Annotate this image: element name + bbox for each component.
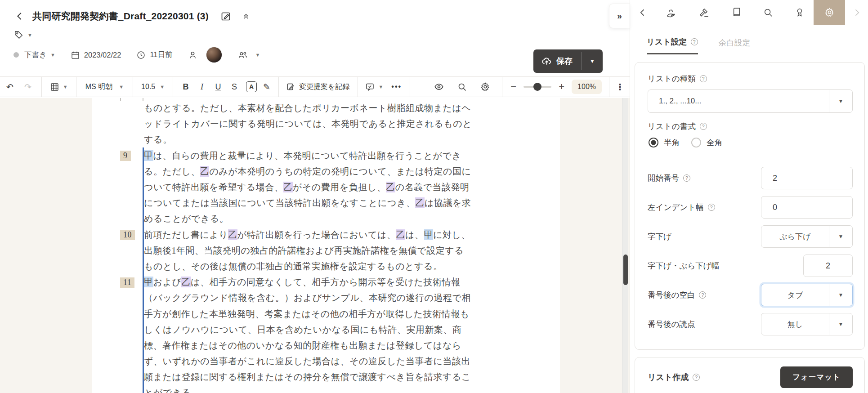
radio-option[interactable]: 半角: [649, 137, 680, 148]
field-input[interactable]: 0: [761, 196, 853, 219]
field-select[interactable]: タブ▼: [761, 284, 853, 306]
panel-search-tab[interactable]: [763, 8, 773, 18]
character-border-button[interactable]: A: [246, 81, 257, 92]
document-line[interactable]: 標、著作権またはその他のいかなる知的財産権も出願または登録してはなら: [92, 338, 560, 353]
format-settings-tab-active[interactable]: [814, 0, 845, 25]
zoom-out-button[interactable]: −: [510, 81, 516, 93]
document-line[interactable]: めることができる。: [92, 211, 560, 227]
ribbon-icon: [795, 7, 805, 18]
zoom-in-button[interactable]: +: [559, 81, 564, 93]
clock-icon: [136, 50, 146, 60]
document-text: ず、いずれかの当事者がこれに違反した場合は、その違反した当事者に当該出: [144, 355, 470, 367]
tab-list-settings[interactable]: リスト設定 ?: [647, 36, 698, 54]
document-line[interactable]: しくはノウハウについて、日本を含めたいかなる国にも特許、実用新案、商: [92, 322, 560, 338]
document-line[interactable]: 11甲および乙は、相手方の同意なくして、相手方から開示等を受けた技術情報: [92, 274, 560, 290]
help-icon[interactable]: ?: [699, 291, 706, 299]
ai-assist-tab[interactable]: [665, 7, 677, 18]
chevron-down-icon[interactable]: ▼: [829, 226, 852, 247]
field-select[interactable]: 無し▼: [761, 313, 853, 335]
radio-unselected-icon[interactable]: [691, 138, 701, 147]
redo-button[interactable]: ↷: [24, 83, 31, 91]
tag-icon[interactable]: [13, 30, 24, 40]
document-line[interactable]: 9甲は、自らの費用と裁量により、本発明について特許出願を行うことができ: [92, 148, 560, 164]
document-line[interactable]: る。ただし、乙のみが本発明のうちの特定の発明について、または特定の国に: [92, 164, 560, 179]
field-input[interactable]: 2: [803, 255, 853, 277]
kebab-menu-button[interactable]: ⋮: [616, 82, 624, 92]
panel-collapse-button[interactable]: »: [609, 4, 630, 28]
save-options-caret[interactable]: ▼: [582, 49, 603, 73]
help-icon[interactable]: ?: [708, 204, 715, 211]
field-label: 字下げ: [648, 231, 671, 242]
certification-tab[interactable]: [795, 7, 805, 18]
document-line[interactable]: 10前項ただし書により乙が特許出願を行った場合においては、乙は、甲に対し、: [92, 227, 560, 243]
settings-button[interactable]: [480, 82, 490, 92]
field-input[interactable]: 2: [761, 167, 853, 189]
save-button[interactable]: 保存: [533, 49, 582, 73]
search-button[interactable]: [457, 82, 467, 92]
zoom-slider-knob[interactable]: [533, 83, 541, 91]
document-line[interactable]: ず、いずれかの当事者がこれに違反した場合は、その違反した当事者に当該出: [92, 353, 560, 369]
comment-button[interactable]: ▼: [365, 82, 383, 92]
document-text: についてまたは当該国について当該特許出願をなすことにつき、乙は協議を求: [144, 197, 471, 209]
document-line[interactable]: ッドライトカバーに関する発明については、本発明であると推定されるものと: [92, 116, 560, 132]
document-line[interactable]: 願または登録に関する権利またはその持分を無償で譲渡すべき旨を請求するこ: [92, 369, 560, 385]
rename-button[interactable]: [220, 11, 231, 22]
chevron-down-icon[interactable]: ▼: [829, 90, 852, 112]
field-select[interactable]: ぶら下げ▼: [761, 225, 853, 248]
document-line[interactable]: 手方が創作した本単独発明、考案またはその他の相手方が取得した技術情報も: [92, 306, 560, 322]
ruler-tick: [120, 98, 121, 101]
chevron-down-icon[interactable]: ▼: [829, 284, 852, 306]
highlight-pen-button[interactable]: ✎: [263, 83, 270, 91]
document-line[interactable]: ついて特許出願を希望する場合、乙がその費用を負担し、乙の名義で当該発明: [92, 179, 560, 195]
document-scrollbar[interactable]: [622, 98, 628, 393]
zoom-level-badge[interactable]: 100%: [572, 80, 602, 94]
font-family-select[interactable]: MS 明朝 ▼: [85, 82, 124, 92]
owner-field[interactable]: [188, 47, 222, 63]
document-line[interactable]: ものとする。ただし、本素材を配合したポリカーボネート樹脂組成物またはヘ: [92, 100, 560, 116]
help-icon[interactable]: ?: [700, 123, 707, 130]
undo-button[interactable]: ↶: [6, 83, 13, 91]
chevron-down-icon[interactable]: ▼: [829, 313, 852, 335]
bold-button[interactable]: B: [180, 82, 191, 92]
document-viewport[interactable]: ものとする。ただし、本素材を配合したポリカーボネート樹脂組成物またはヘッドライト…: [0, 98, 630, 393]
radio-option[interactable]: 全角: [691, 137, 722, 148]
library-tab[interactable]: [732, 7, 742, 18]
document-line[interactable]: とができる。: [92, 385, 560, 393]
members-caret[interactable]: ▼: [255, 52, 260, 58]
legal-review-tab[interactable]: [698, 7, 709, 18]
track-changes-button[interactable]: 変更提案を記録: [286, 82, 349, 92]
underline-button[interactable]: U: [213, 82, 224, 92]
document-text: しくはノウハウについて、日本を含めたいかなる国にも特許、実用新案、商: [144, 324, 461, 336]
help-icon[interactable]: ?: [691, 38, 698, 45]
italic-button[interactable]: I: [197, 82, 207, 92]
document-page[interactable]: ものとする。ただし、本素材を配合したポリカーボネート樹脂組成物またはヘッドライト…: [92, 98, 560, 393]
document-line[interactable]: ものとし、その後は無償の非独占的通常実施権を設定するものとする。: [92, 259, 560, 274]
format-button[interactable]: フォーマット: [780, 366, 853, 388]
radio-selected-icon[interactable]: [649, 138, 658, 147]
document-line[interactable]: についてまたは当該国について当該特許出願をなすことにつき、乙は協議を求: [92, 195, 560, 211]
strikethrough-button[interactable]: S: [229, 82, 240, 92]
field-select[interactable]: 1., 2., ...10...▼: [648, 89, 853, 113]
zoom-slider[interactable]: [523, 86, 551, 88]
field-label: リストの種類?: [648, 73, 853, 84]
help-icon[interactable]: ?: [693, 374, 700, 381]
avatar[interactable]: [206, 47, 222, 63]
more-options-button[interactable]: •••: [391, 83, 402, 91]
status-caret[interactable]: ▼: [50, 52, 55, 58]
preview-button[interactable]: [434, 82, 444, 92]
panel-back-button[interactable]: [638, 8, 647, 17]
tab-margin-settings[interactable]: 余白設定: [719, 36, 750, 54]
tag-caret[interactable]: ▼: [27, 32, 32, 38]
help-icon[interactable]: ?: [683, 174, 690, 182]
document-line[interactable]: する。: [92, 132, 560, 147]
scrollbar-thumb[interactable]: [623, 255, 628, 285]
help-icon[interactable]: ?: [700, 75, 707, 82]
back-button[interactable]: [13, 10, 26, 22]
members-field[interactable]: ▼: [237, 50, 260, 60]
panel-scroll-right-button[interactable]: [852, 8, 861, 17]
document-line[interactable]: （バックグラウンド情報を含む。）およびサンプル、本研究の遂行の過程で相: [92, 290, 560, 306]
document-line[interactable]: 出願後1年間、当該発明の独占的許諾権および再実施許諾権を無償で設定する: [92, 243, 560, 259]
collapse-header-button[interactable]: [242, 12, 250, 20]
table-button[interactable]: ▼: [50, 82, 68, 92]
font-size-select[interactable]: 10.5 ▼: [141, 83, 165, 91]
